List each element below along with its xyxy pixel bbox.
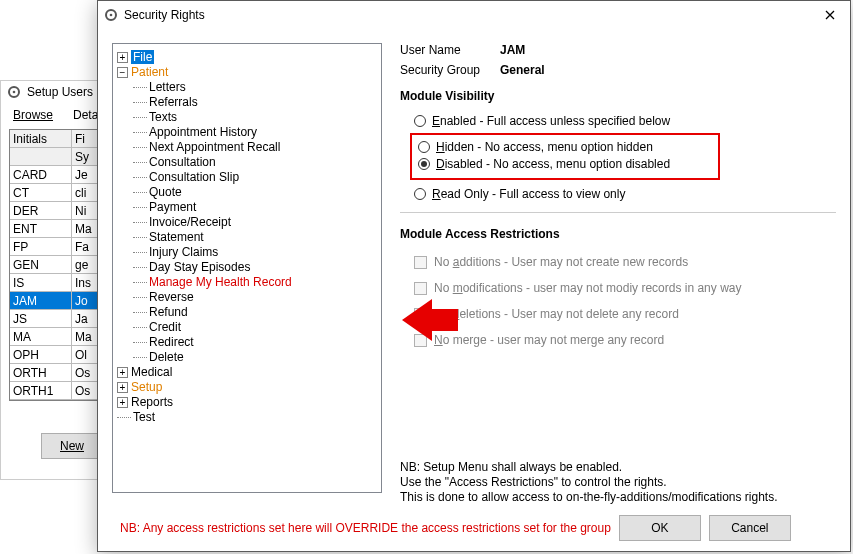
tree-label: Appointment History <box>149 125 257 139</box>
tree-item[interactable]: Delete <box>133 350 377 365</box>
cell-initials: CT <box>10 184 72 201</box>
tree-item[interactable]: +Medical <box>117 365 377 380</box>
tree-label: Day Stay Episodes <box>149 260 250 274</box>
nb-line: NB: Setup Menu shall always be enabled. <box>400 460 836 475</box>
tree-item[interactable]: Injury Claims <box>133 245 377 260</box>
expand-icon[interactable]: + <box>117 382 128 393</box>
option-label: No deletions - User may not delete any r… <box>434 307 679 321</box>
security-group-value: General <box>500 63 545 77</box>
restrict-no-merge: No merge - user may not merge any record <box>414 333 836 347</box>
cell-initials: ORTH <box>10 364 72 381</box>
tree-item[interactable]: Consultation Slip <box>133 170 377 185</box>
tree-label: Medical <box>131 365 172 379</box>
col-initials[interactable]: Initials <box>10 130 72 147</box>
collapse-icon[interactable]: − <box>117 67 128 78</box>
tree-label: Statement <box>149 230 204 244</box>
close-icon <box>825 10 835 20</box>
user-name-value: JAM <box>500 43 525 57</box>
tree-label: Reverse <box>149 290 194 304</box>
module-tree[interactable]: +File−PatientLettersReferralsTextsAppoin… <box>112 43 382 493</box>
expand-icon[interactable]: + <box>117 397 128 408</box>
tree-label: Refund <box>149 305 188 319</box>
option-label: Hidden - No access, menu option hidden <box>436 140 653 154</box>
security-group-label: Security Group <box>400 63 500 77</box>
tree-label: File <box>131 50 154 64</box>
tree-item[interactable]: Manage My Health Record <box>133 275 377 290</box>
visibility-readonly[interactable]: Read Only - Full access to view only <box>414 187 836 201</box>
option-label: No additions - User may not create new r… <box>434 255 688 269</box>
tree-item[interactable]: Credit <box>133 320 377 335</box>
svg-point-1 <box>13 91 16 94</box>
app-icon <box>104 8 118 22</box>
checkbox-icon <box>414 256 427 269</box>
tree-item[interactable]: −Patient <box>117 65 377 80</box>
cell-initials: CARD <box>10 166 72 183</box>
cell-initials: JS <box>10 310 72 327</box>
tree-item[interactable]: Reverse <box>133 290 377 305</box>
tree-label: Reports <box>131 395 173 409</box>
new-button[interactable]: New <box>41 433 103 459</box>
radio-icon <box>418 141 430 153</box>
radio-icon <box>418 158 430 170</box>
tree-item[interactable]: +Setup <box>117 380 377 395</box>
cancel-button[interactable]: Cancel <box>709 515 791 541</box>
restrict-no-modifications: No modifications - user may not modiy re… <box>414 281 836 295</box>
restrict-no-deletions: No deletions - User may not delete any r… <box>414 307 836 321</box>
tree-label: Test <box>133 410 155 424</box>
visibility-disabled[interactable]: Disabled - No access, menu option disabl… <box>418 157 714 171</box>
title-label: Setup Users <box>27 85 93 99</box>
nb-text: NB: Setup Menu shall always be enabled. … <box>400 460 836 505</box>
tree-item[interactable]: Day Stay Episodes <box>133 260 377 275</box>
tree-label: Texts <box>149 110 177 124</box>
close-button[interactable] <box>810 1 850 29</box>
tree-label: Delete <box>149 350 184 364</box>
visibility-hidden[interactable]: Hidden - No access, menu option hidden <box>418 140 714 154</box>
tree-item[interactable]: Texts <box>133 110 377 125</box>
ok-button[interactable]: OK <box>619 515 701 541</box>
nb-line: This is done to allow access to on-the-f… <box>400 490 836 505</box>
tree-item[interactable]: Payment <box>133 200 377 215</box>
tree-item[interactable]: Test <box>117 410 377 425</box>
checkbox-icon <box>414 282 427 295</box>
tree-item[interactable]: Next Appointment Recall <box>133 140 377 155</box>
tree-label: Patient <box>131 65 168 79</box>
tree-item[interactable]: Referrals <box>133 95 377 110</box>
cell-initials: ENT <box>10 220 72 237</box>
tree-item[interactable]: +Reports <box>117 395 377 410</box>
tree-item[interactable]: Redirect <box>133 335 377 350</box>
tree-label: Redirect <box>149 335 194 349</box>
tree-label: Quote <box>149 185 182 199</box>
footer-note: NB: Any access restrictions set here wil… <box>120 521 611 535</box>
tree-label: Consultation <box>149 155 216 169</box>
details-panel: User Name JAM Security Group General Mod… <box>400 43 836 505</box>
tree-item[interactable]: +File <box>117 50 377 65</box>
subheader-1 <box>10 148 72 165</box>
tree-item[interactable]: Invoice/Receipt <box>133 215 377 230</box>
highlight-box: Hidden - No access, menu option hidden D… <box>410 133 720 180</box>
tree-item[interactable]: Quote <box>133 185 377 200</box>
visibility-enabled[interactable]: Enabled - Full access unless specified b… <box>414 114 836 128</box>
cell-initials: GEN <box>10 256 72 273</box>
tree-label: Injury Claims <box>149 245 218 259</box>
option-label: Read Only - Full access to view only <box>432 187 625 201</box>
restrict-no-additions: No additions - User may not create new r… <box>414 255 836 269</box>
tree-item[interactable]: Letters <box>133 80 377 95</box>
radio-icon <box>414 115 426 127</box>
tree-item[interactable]: Refund <box>133 305 377 320</box>
tree-item[interactable]: Consultation <box>133 155 377 170</box>
cell-initials: OPH <box>10 346 72 363</box>
tree-item[interactable]: Statement <box>133 230 377 245</box>
expand-icon[interactable]: + <box>117 52 128 63</box>
titlebar: Security Rights <box>98 1 850 29</box>
title-label: Security Rights <box>124 8 205 22</box>
nb-line: Use the "Access Restrictions" to control… <box>400 475 836 490</box>
user-name-label: User Name <box>400 43 500 57</box>
tree-label: Consultation Slip <box>149 170 239 184</box>
option-label: No merge - user may not merge any record <box>434 333 664 347</box>
tab-browse[interactable]: Browse <box>5 105 61 125</box>
tree-label: Manage My Health Record <box>149 275 292 289</box>
expand-icon[interactable]: + <box>117 367 128 378</box>
tree-item[interactable]: Appointment History <box>133 125 377 140</box>
tree-label: Letters <box>149 80 186 94</box>
tree-label: Credit <box>149 320 181 334</box>
